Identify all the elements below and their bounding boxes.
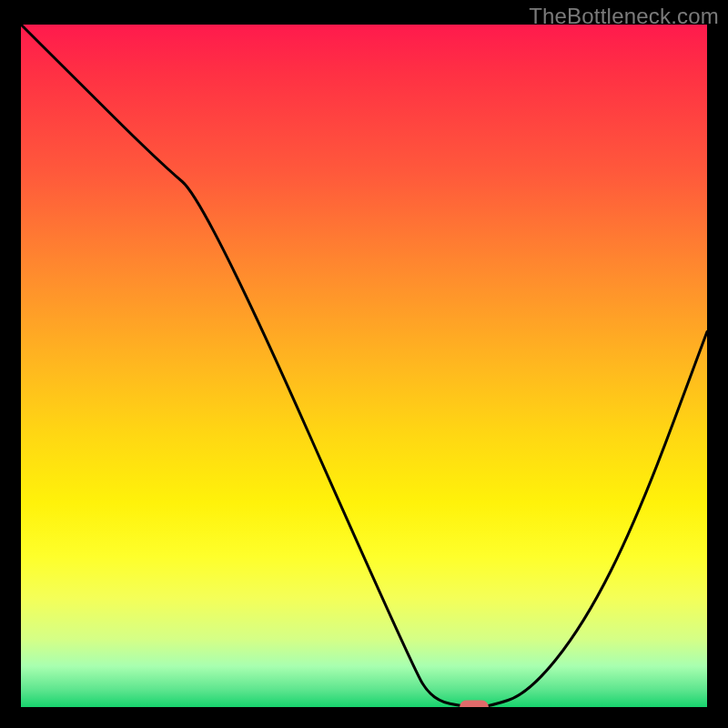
plot-area <box>21 25 707 707</box>
bottleneck-curve-svg <box>21 25 707 707</box>
optimal-marker <box>460 701 489 708</box>
chart-frame: TheBottleneck.com <box>0 0 728 728</box>
watermark-text: TheBottleneck.com <box>529 4 719 29</box>
bottleneck-curve <box>21 25 707 707</box>
